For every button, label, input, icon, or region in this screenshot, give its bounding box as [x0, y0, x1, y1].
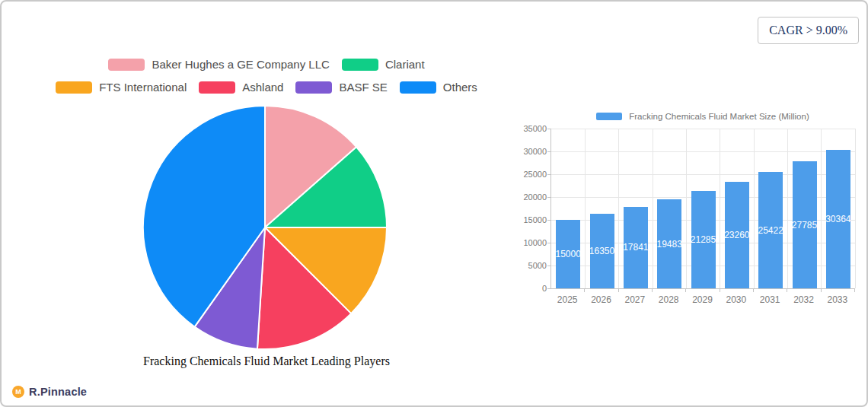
x-tick-label: 2029: [692, 294, 713, 305]
gridline-vertical: [585, 129, 586, 288]
gridline-horizontal: [551, 151, 855, 152]
x-axis-tickmark: [652, 289, 653, 292]
bar-value-label: 16350: [589, 246, 614, 256]
y-axis-tickmark: [547, 151, 550, 152]
gridline-vertical: [653, 129, 653, 288]
legend-swatch-basf-se: [295, 81, 332, 94]
x-tick-label: 2027: [624, 294, 645, 305]
gridline-vertical: [787, 129, 788, 288]
gridline-vertical: [754, 129, 755, 288]
pie-chart: [142, 104, 388, 351]
legend-swatch-fts-international: [56, 81, 92, 94]
y-axis-tickmark: [547, 288, 550, 289]
y-tick-label: 25000: [512, 170, 547, 179]
bar-chart-plot: 1500016350178411948321285232602542227785…: [550, 129, 855, 289]
x-axis-tickmark: [821, 289, 822, 292]
bar-legend[interactable]: Fracking Chemicals Fluid Market Size (Mi…: [550, 112, 855, 121]
legend-swatch-others: [400, 81, 436, 94]
logo-text: R.Pinnacle: [29, 386, 87, 398]
y-axis-tickmark: [547, 266, 550, 266]
gridline-vertical: [720, 129, 720, 288]
cagr-badge-label: CAGR > 9.00%: [769, 24, 847, 37]
logo-icon: M: [12, 386, 24, 398]
legend-item-fts-international[interactable]: FTS International: [56, 81, 187, 94]
bar-value-label: 27785: [792, 220, 817, 231]
brand-logo: M R.Pinnacle: [12, 386, 87, 398]
gridline-vertical: [821, 129, 822, 288]
y-tick-label: 30000: [512, 147, 547, 156]
y-tick-label: 5000: [512, 261, 547, 270]
legend-label: Clariant: [385, 58, 425, 71]
legend-swatch-baker-hughes: [108, 59, 145, 71]
x-axis-tickmark: [854, 289, 855, 292]
gridline-vertical: [855, 129, 856, 288]
legend-label: Others: [443, 81, 477, 94]
legend-item-basf-se[interactable]: BASF SE: [295, 81, 387, 94]
y-axis-tickmark: [547, 220, 550, 221]
x-tick-label: 2031: [760, 294, 780, 305]
bar-legend-swatch: [596, 113, 622, 120]
bar-legend-label: Fracking Chemicals Fluid Market Size (Mi…: [629, 112, 809, 121]
x-tick-label: 2025: [557, 294, 578, 305]
bar-value-label: 19483: [656, 239, 681, 250]
y-tick-label: 20000: [512, 192, 547, 202]
bar-value-label: 25422: [758, 225, 783, 236]
x-axis-tickmark: [685, 289, 686, 292]
y-axis-tickmark: [547, 174, 550, 175]
x-axis-tickmark: [787, 289, 787, 292]
bar-value-label: 23260: [724, 230, 749, 240]
x-axis-tickmark: [753, 289, 754, 292]
x-tick-label: 2033: [827, 294, 847, 305]
legend-swatch-ashland: [199, 81, 235, 94]
bar-value-label: 17841: [623, 242, 648, 253]
y-axis-tickmark: [547, 197, 550, 198]
y-tick-label: 0: [512, 284, 547, 293]
gridline-vertical: [618, 129, 619, 288]
legend-swatch-clariant: [342, 59, 378, 71]
legend-item-baker-hughes[interactable]: Baker Hughes a GE Company LLC: [108, 58, 329, 71]
x-axis-tickmark: [584, 289, 585, 292]
pie-legend-row-2: FTS International Ashland BASF SE Others: [21, 81, 512, 94]
pie-legend-row-1: Baker Hughes a GE Company LLC Clariant: [21, 58, 512, 71]
x-axis-tickmark: [618, 289, 619, 292]
x-tick-label: 2030: [726, 294, 746, 305]
cagr-badge: CAGR > 9.00%: [758, 17, 859, 44]
legend-label: Baker Hughes a GE Company LLC: [152, 58, 329, 71]
gridline-vertical: [686, 129, 687, 288]
pie-legend: Baker Hughes a GE Company LLC Clariant F…: [21, 58, 512, 94]
y-tick-label: 10000: [512, 238, 547, 247]
x-tick-label: 2028: [659, 294, 679, 305]
x-tick-label: 2026: [591, 294, 611, 305]
y-axis-tickmark: [547, 243, 550, 243]
x-axis-tickmark: [720, 289, 720, 292]
bar-value-label: 30364: [825, 214, 850, 224]
y-axis-tickmark: [547, 129, 550, 129]
legend-item-clariant[interactable]: Clariant: [342, 58, 425, 71]
legend-label: BASF SE: [339, 81, 387, 94]
x-tick-label: 2032: [793, 294, 814, 305]
pie-chart-title: Fracking Chemicals Fluid Market Leading …: [21, 355, 512, 368]
legend-label: Ashland: [242, 81, 283, 94]
gridline-horizontal: [551, 129, 855, 129]
y-tick-label: 15000: [512, 215, 547, 224]
bar-value-label: 15000: [555, 249, 580, 259]
legend-label: FTS International: [99, 81, 187, 94]
legend-item-others[interactable]: Others: [400, 81, 477, 94]
bar-value-label: 21285: [691, 234, 716, 245]
legend-item-ashland[interactable]: Ashland: [199, 81, 283, 94]
y-tick-label: 35000: [512, 124, 547, 133]
